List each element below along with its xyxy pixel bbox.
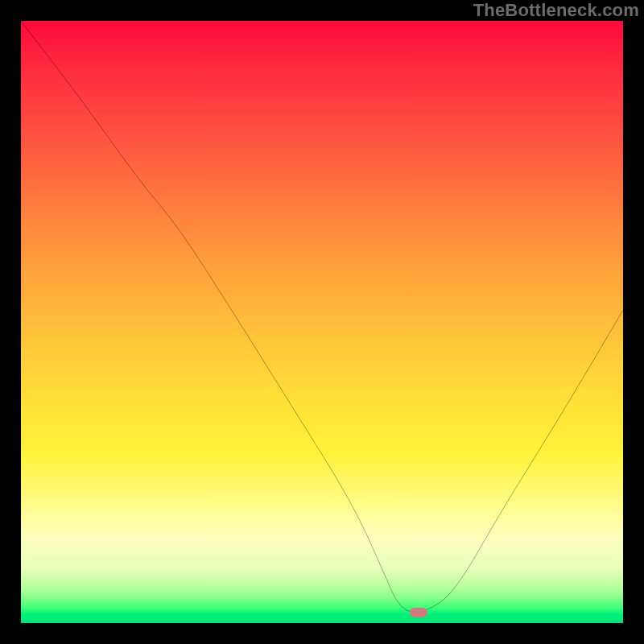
chart-frame: TheBottleneck.com (0, 0, 644, 644)
optimum-marker (410, 608, 427, 617)
watermark-label: TheBottleneck.com (473, 0, 639, 21)
bottleneck-curve (21, 21, 623, 623)
plot-area (21, 21, 623, 623)
